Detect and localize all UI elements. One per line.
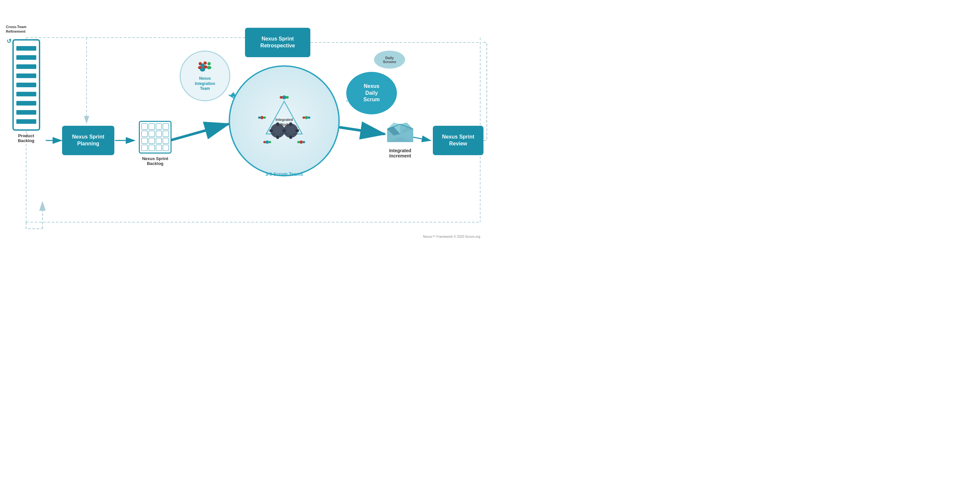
svg-point-50 — [266, 140, 269, 144]
svg-point-45 — [258, 117, 261, 119]
svg-point-26 — [207, 62, 211, 65]
integration-team-icon — [195, 60, 215, 75]
integrated-increment-label: IntegratedIncrement — [389, 148, 411, 158]
svg-point-48 — [302, 117, 305, 119]
integrated-work-icon: Integrated Work — [251, 88, 317, 154]
nexus-integration-team: NexusIntegrationTeam — [180, 51, 230, 101]
nexus-daily-scrum: NexusDailyScrum — [346, 72, 397, 115]
svg-point-49 — [308, 117, 310, 119]
svg-point-47 — [305, 116, 308, 119]
svg-point-55 — [302, 141, 305, 143]
scrum-teams-circle: Integrated Work 3-9 Scrum Teams — [229, 65, 340, 177]
copyright-text: Nexus™ Framework © 2020 Scrum.org — [423, 235, 480, 239]
svg-point-44 — [260, 116, 264, 119]
backlog-icon — [13, 39, 40, 130]
daily-scrums-bubble: DailyScrums — [374, 51, 405, 68]
svg-rect-31 — [276, 123, 279, 126]
product-backlog: ProductBacklog — [10, 39, 43, 143]
svg-point-46 — [263, 117, 266, 119]
svg-text:Work: Work — [280, 123, 289, 126]
svg-point-27 — [207, 66, 212, 69]
daily-scrums-label: DailyScrums — [383, 56, 396, 64]
svg-rect-32 — [276, 135, 279, 139]
nexus-sprint-backlog: Nexus SprintBacklog — [135, 121, 175, 166]
svg-point-42 — [280, 96, 283, 99]
svg-text:Integrated: Integrated — [275, 118, 293, 121]
svg-point-52 — [269, 141, 271, 143]
svg-rect-33 — [269, 129, 273, 132]
nexus-sprint-retrospective: Nexus SprintRetrospective — [245, 28, 310, 57]
svg-rect-39 — [283, 129, 286, 132]
backlog-grid-icon — [139, 121, 172, 154]
svg-point-54 — [297, 141, 300, 143]
increment-box-icon — [384, 118, 417, 145]
svg-rect-38 — [290, 135, 292, 139]
integrated-increment: IntegratedIncrement — [384, 118, 417, 158]
nexus-sprint-review: Nexus SprintReview — [433, 126, 484, 155]
scrum-teams-label: 3-9 Scrum Teams — [266, 172, 303, 177]
svg-point-43 — [285, 96, 289, 99]
cross-team-refinement-label: Cross-TeamRefinement — [6, 24, 27, 34]
svg-point-53 — [299, 140, 303, 144]
nexus-integration-team-label: NexusIntegrationTeam — [195, 76, 215, 91]
svg-point-51 — [263, 141, 266, 143]
nexus-sprint-backlog-label: Nexus SprintBacklog — [142, 156, 168, 166]
svg-line-11 — [340, 127, 384, 134]
svg-point-24 — [200, 64, 205, 67]
svg-line-10 — [170, 124, 228, 140]
svg-rect-37 — [290, 123, 292, 126]
product-backlog-label: ProductBacklog — [18, 133, 35, 143]
diagram-container: Cross-TeamRefinement ↺ ProductBacklog Ne… — [0, 0, 490, 245]
svg-rect-40 — [296, 129, 299, 132]
svg-point-36 — [287, 127, 295, 135]
nexus-sprint-planning: Nexus SprintPlanning — [62, 126, 115, 155]
svg-point-25 — [200, 68, 205, 72]
center-content: Integrated Work — [251, 88, 317, 154]
svg-point-30 — [274, 127, 282, 135]
